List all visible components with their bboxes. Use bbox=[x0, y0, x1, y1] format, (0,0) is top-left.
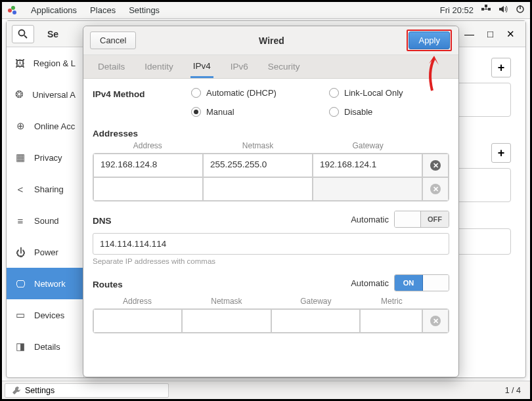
maximize-button[interactable]: □ bbox=[487, 28, 493, 40]
radio-icon bbox=[191, 107, 201, 117]
address-delete-button[interactable]: ✕ bbox=[422, 177, 449, 201]
route-delete-button[interactable]: ✕ bbox=[422, 309, 449, 333]
svg-point-8 bbox=[19, 30, 25, 35]
netmask-input[interactable] bbox=[203, 177, 313, 201]
vpn-add-button[interactable]: + bbox=[491, 143, 511, 163]
tab-ipv6[interactable]: IPv6 bbox=[228, 56, 251, 77]
svg-point-0 bbox=[8, 9, 12, 12]
wrench-icon bbox=[12, 386, 21, 395]
route-metric-input[interactable] bbox=[360, 309, 422, 333]
menu-places[interactable]: Places bbox=[90, 5, 116, 15]
route-address-input[interactable] bbox=[93, 309, 182, 333]
search-button[interactable] bbox=[12, 25, 34, 43]
close-icon: ✕ bbox=[430, 316, 441, 326]
dialog-title: Wired bbox=[136, 35, 407, 46]
address-row: 192.168.124.8 255.255.255.0 192.168.124.… bbox=[93, 154, 449, 177]
region-icon: 🖼 bbox=[14, 57, 26, 69]
address-row-empty: ✕ bbox=[93, 177, 449, 201]
netmask-input[interactable]: 255.255.255.0 bbox=[203, 154, 313, 177]
sidebar-item-universal[interactable]: ❂Universal A bbox=[7, 79, 83, 110]
sidebar-item-label: Network bbox=[34, 279, 66, 289]
sidebar-item-label: Devices bbox=[34, 310, 64, 320]
dns-auto-label: Automatic bbox=[351, 215, 389, 224]
distro-logo-icon bbox=[7, 5, 18, 16]
routes-section: Routes Automatic ON Address Netmask Gate… bbox=[93, 274, 449, 333]
radio-disable[interactable]: Disable bbox=[329, 107, 447, 117]
menu-settings[interactable]: Settings bbox=[129, 5, 160, 15]
col-metric: Metric bbox=[361, 297, 423, 306]
col-netmask: Netmask bbox=[203, 141, 313, 150]
radio-icon bbox=[329, 88, 339, 98]
dialog-body: IPv4 Method Automatic (DHCP) Link-Local … bbox=[83, 79, 458, 377]
radio-label: Manual bbox=[206, 107, 234, 117]
toggle-knob bbox=[395, 211, 421, 227]
sidebar-item-label: Sharing bbox=[34, 184, 64, 194]
route-netmask-input[interactable] bbox=[182, 309, 271, 333]
wired-add-button[interactable]: + bbox=[491, 58, 511, 77]
close-icon: ✕ bbox=[430, 160, 441, 171]
route-gateway-input[interactable] bbox=[271, 309, 360, 333]
tab-security[interactable]: Security bbox=[265, 56, 303, 77]
menu-applications[interactable]: Applications bbox=[31, 5, 77, 15]
dns-section: DNS Automatic OFF 114.114.114.114 Separa… bbox=[93, 211, 449, 265]
sidebar-item-label: Sound bbox=[34, 216, 59, 226]
devices-icon: ▭ bbox=[14, 309, 26, 321]
radio-automatic-dhcp[interactable]: Automatic (DHCP) bbox=[191, 88, 329, 98]
ipv4-method-label: IPv4 Method bbox=[93, 88, 191, 99]
address-input[interactable]: 192.168.124.8 bbox=[93, 154, 203, 177]
sidebar-item-region[interactable]: 🖼Region & L bbox=[7, 47, 83, 79]
svg-point-1 bbox=[11, 6, 15, 10]
network-tray-icon[interactable] bbox=[481, 5, 491, 16]
bottom-taskbar: Settings 1 / 4 bbox=[2, 381, 530, 399]
close-button[interactable]: ✕ bbox=[506, 28, 515, 40]
sidebar-item-devices[interactable]: ▭Devices bbox=[7, 299, 83, 331]
ipv4-method-section: IPv4 Method Automatic (DHCP) Link-Local … bbox=[93, 88, 449, 117]
sidebar-item-privacy[interactable]: ▦Privacy bbox=[7, 142, 83, 173]
tab-identity[interactable]: Identity bbox=[142, 56, 176, 77]
sidebar-item-label: Privacy bbox=[34, 153, 62, 163]
col-gateway: Gateway bbox=[271, 297, 361, 306]
tab-details[interactable]: Details bbox=[95, 56, 127, 77]
dialog-header: Cancel Wired Apply bbox=[83, 26, 458, 55]
routes-title: Routes bbox=[93, 280, 123, 289]
svg-rect-7 bbox=[520, 5, 521, 9]
tab-ipv4[interactable]: IPv4 bbox=[190, 56, 213, 78]
top-menubar: Applications Places Settings Fri 20:52 bbox=[2, 2, 530, 19]
dns-servers-input[interactable]: 114.114.114.114 bbox=[93, 233, 449, 255]
radio-manual[interactable]: Manual bbox=[191, 107, 329, 117]
workspace-indicator[interactable]: 1 / 4 bbox=[499, 386, 527, 395]
routes-table-body: ✕ bbox=[93, 308, 449, 333]
sidebar-item-sharing[interactable]: <Sharing bbox=[7, 173, 83, 205]
address-input[interactable] bbox=[93, 177, 203, 201]
sound-icon: ≡ bbox=[14, 215, 26, 226]
sharing-icon: < bbox=[14, 183, 26, 195]
radio-label: Disable bbox=[344, 107, 372, 117]
sidebar-item-power[interactable]: ⏻Power bbox=[7, 236, 83, 268]
sidebar-item-network[interactable]: 🖵Network bbox=[7, 268, 83, 299]
sidebar-item-online[interactable]: ⊕Online Acc bbox=[7, 110, 83, 142]
volume-tray-icon[interactable] bbox=[499, 5, 508, 16]
address-delete-button[interactable]: ✕ bbox=[422, 154, 449, 177]
svg-point-2 bbox=[12, 11, 16, 14]
addresses-title: Addresses bbox=[93, 129, 449, 138]
addresses-headers: Address Netmask Gateway bbox=[93, 138, 449, 153]
cancel-button[interactable]: Cancel bbox=[90, 32, 136, 49]
svg-rect-5 bbox=[485, 5, 487, 7]
taskbar-app-settings[interactable]: Settings bbox=[5, 383, 169, 398]
apply-button[interactable]: Apply bbox=[409, 32, 450, 49]
apply-highlight: Apply bbox=[407, 30, 452, 51]
window-controls: — □ ✕ bbox=[464, 28, 520, 40]
online-accounts-icon: ⊕ bbox=[14, 120, 26, 132]
dns-automatic-toggle[interactable]: OFF bbox=[394, 211, 449, 228]
route-row-empty: ✕ bbox=[93, 309, 449, 333]
radio-label: Link-Local Only bbox=[344, 88, 403, 98]
wired-ipv4-dialog: Cancel Wired Apply Details Identity IPv4… bbox=[83, 26, 459, 377]
sidebar-item-details[interactable]: ◨Details bbox=[7, 331, 83, 362]
routes-automatic-toggle[interactable]: ON bbox=[394, 274, 449, 291]
addresses-section: Addresses Address Netmask Gateway 192.16… bbox=[93, 126, 449, 201]
power-tray-icon[interactable] bbox=[516, 5, 525, 16]
gateway-input[interactable] bbox=[313, 177, 422, 201]
gateway-input[interactable]: 192.168.124.1 bbox=[313, 154, 422, 177]
minimize-button[interactable]: — bbox=[464, 28, 474, 40]
sidebar-item-sound[interactable]: ≡Sound bbox=[7, 205, 83, 236]
